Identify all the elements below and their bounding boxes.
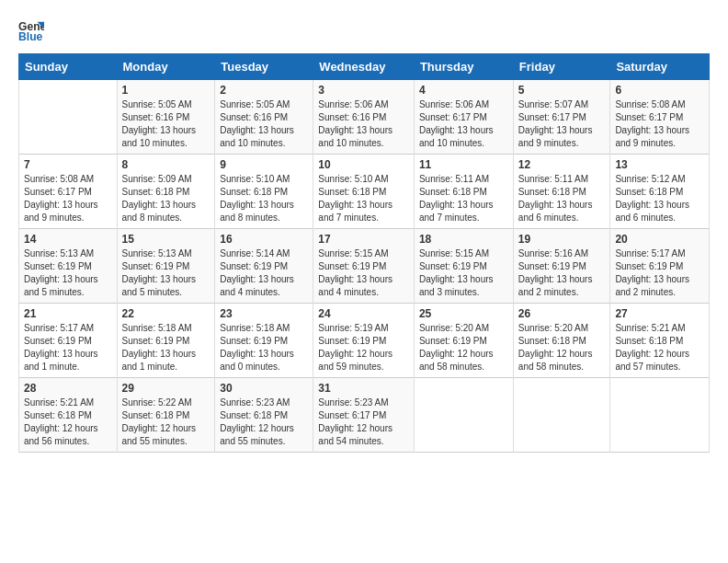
calendar-week-row: 14Sunrise: 5:13 AMSunset: 6:19 PMDayligh… [19, 229, 710, 304]
day-number: 1 [122, 84, 210, 97]
day-number: 7 [24, 158, 112, 171]
day-number: 12 [518, 158, 606, 171]
day-number: 11 [419, 158, 508, 171]
day-info: Sunrise: 5:13 AMSunset: 6:19 PMDaylight:… [24, 247, 112, 299]
header: General Blue [18, 18, 710, 44]
calendar-cell: 25Sunrise: 5:20 AMSunset: 6:19 PMDayligh… [414, 304, 513, 378]
header-day: Friday [513, 54, 610, 80]
day-number: 15 [122, 233, 210, 246]
day-number: 13 [615, 158, 704, 171]
day-number: 16 [220, 233, 308, 246]
day-info: Sunrise: 5:18 AMSunset: 6:19 PMDaylight:… [122, 322, 210, 373]
day-info: Sunrise: 5:17 AMSunset: 6:19 PMDaylight:… [24, 322, 112, 373]
day-info: Sunrise: 5:20 AMSunset: 6:18 PMDaylight:… [518, 322, 606, 373]
calendar-cell: 16Sunrise: 5:14 AMSunset: 6:19 PMDayligh… [215, 229, 313, 304]
calendar-cell: 4Sunrise: 5:06 AMSunset: 6:17 PMDaylight… [414, 80, 513, 155]
calendar-table: SundayMondayTuesdayWednesdayThursdayFrid… [18, 53, 710, 453]
day-number: 27 [615, 307, 704, 320]
logo-icon: General Blue [18, 18, 44, 44]
day-number: 28 [24, 382, 112, 395]
day-number: 3 [318, 84, 409, 97]
header-day: Sunday [19, 54, 118, 80]
day-info: Sunrise: 5:11 AMSunset: 6:18 PMDaylight:… [518, 173, 606, 224]
day-info: Sunrise: 5:14 AMSunset: 6:19 PMDaylight:… [220, 247, 308, 299]
day-number: 18 [419, 233, 508, 246]
day-info: Sunrise: 5:08 AMSunset: 6:17 PMDaylight:… [24, 173, 112, 224]
page-container: General Blue SundayMondayTuesdayWednesda… [0, 0, 728, 462]
calendar-cell: 22Sunrise: 5:18 AMSunset: 6:19 PMDayligh… [117, 304, 215, 378]
calendar-cell: 24Sunrise: 5:19 AMSunset: 6:19 PMDayligh… [313, 304, 415, 378]
day-info: Sunrise: 5:15 AMSunset: 6:19 PMDaylight:… [318, 247, 409, 299]
day-info: Sunrise: 5:16 AMSunset: 6:19 PMDaylight:… [518, 247, 606, 299]
day-info: Sunrise: 5:06 AMSunset: 6:16 PMDaylight:… [318, 98, 409, 150]
calendar-cell: 10Sunrise: 5:10 AMSunset: 6:18 PMDayligh… [313, 155, 415, 229]
calendar-cell: 13Sunrise: 5:12 AMSunset: 6:18 PMDayligh… [610, 155, 710, 229]
calendar-cell [19, 80, 118, 155]
calendar-cell: 28Sunrise: 5:21 AMSunset: 6:18 PMDayligh… [19, 378, 118, 453]
day-info: Sunrise: 5:18 AMSunset: 6:19 PMDaylight:… [220, 322, 308, 373]
day-number: 22 [122, 307, 210, 320]
day-number: 4 [419, 84, 508, 97]
day-number: 17 [318, 233, 409, 246]
calendar-cell [414, 378, 513, 453]
day-info: Sunrise: 5:21 AMSunset: 6:18 PMDaylight:… [615, 322, 704, 373]
calendar-cell: 21Sunrise: 5:17 AMSunset: 6:19 PMDayligh… [19, 304, 118, 378]
day-number: 14 [24, 233, 112, 246]
calendar-cell: 30Sunrise: 5:23 AMSunset: 6:18 PMDayligh… [215, 378, 313, 453]
calendar-cell: 31Sunrise: 5:23 AMSunset: 6:17 PMDayligh… [313, 378, 415, 453]
header-day: Saturday [610, 54, 710, 80]
day-number: 31 [318, 382, 409, 395]
day-number: 30 [220, 382, 308, 395]
calendar-cell: 20Sunrise: 5:17 AMSunset: 6:19 PMDayligh… [610, 229, 710, 304]
calendar-cell: 26Sunrise: 5:20 AMSunset: 6:18 PMDayligh… [513, 304, 610, 378]
day-number: 9 [220, 158, 308, 171]
day-info: Sunrise: 5:17 AMSunset: 6:19 PMDaylight:… [615, 247, 704, 299]
day-number: 6 [615, 84, 704, 97]
day-number: 10 [318, 158, 409, 171]
calendar-week-row: 28Sunrise: 5:21 AMSunset: 6:18 PMDayligh… [19, 378, 710, 453]
header-day: Monday [117, 54, 215, 80]
day-info: Sunrise: 5:23 AMSunset: 6:18 PMDaylight:… [220, 396, 308, 448]
calendar-cell: 9Sunrise: 5:10 AMSunset: 6:18 PMDaylight… [215, 155, 313, 229]
day-info: Sunrise: 5:09 AMSunset: 6:18 PMDaylight:… [122, 173, 210, 224]
calendar-cell: 18Sunrise: 5:15 AMSunset: 6:19 PMDayligh… [414, 229, 513, 304]
logo: General Blue [18, 18, 50, 44]
day-number: 26 [518, 307, 606, 320]
day-number: 25 [419, 307, 508, 320]
day-info: Sunrise: 5:11 AMSunset: 6:18 PMDaylight:… [419, 173, 508, 224]
day-info: Sunrise: 5:10 AMSunset: 6:18 PMDaylight:… [318, 173, 409, 224]
day-number: 5 [518, 84, 606, 97]
day-info: Sunrise: 5:23 AMSunset: 6:17 PMDaylight:… [318, 396, 409, 448]
day-number: 2 [220, 84, 308, 97]
calendar-cell: 7Sunrise: 5:08 AMSunset: 6:17 PMDaylight… [19, 155, 118, 229]
svg-text:Blue: Blue [18, 30, 43, 43]
calendar-cell: 11Sunrise: 5:11 AMSunset: 6:18 PMDayligh… [414, 155, 513, 229]
day-info: Sunrise: 5:19 AMSunset: 6:19 PMDaylight:… [318, 322, 409, 373]
calendar-cell: 8Sunrise: 5:09 AMSunset: 6:18 PMDaylight… [117, 155, 215, 229]
day-info: Sunrise: 5:10 AMSunset: 6:18 PMDaylight:… [220, 173, 308, 224]
day-info: Sunrise: 5:21 AMSunset: 6:18 PMDaylight:… [24, 396, 112, 448]
day-info: Sunrise: 5:15 AMSunset: 6:19 PMDaylight:… [419, 247, 508, 299]
day-info: Sunrise: 5:13 AMSunset: 6:19 PMDaylight:… [122, 247, 210, 299]
calendar-cell: 14Sunrise: 5:13 AMSunset: 6:19 PMDayligh… [19, 229, 118, 304]
calendar-cell: 19Sunrise: 5:16 AMSunset: 6:19 PMDayligh… [513, 229, 610, 304]
day-number: 19 [518, 233, 606, 246]
day-number: 29 [122, 382, 210, 395]
header-day: Wednesday [313, 54, 415, 80]
day-info: Sunrise: 5:20 AMSunset: 6:19 PMDaylight:… [419, 322, 508, 373]
calendar-cell: 29Sunrise: 5:22 AMSunset: 6:18 PMDayligh… [117, 378, 215, 453]
header-day: Thursday [414, 54, 513, 80]
calendar-cell: 23Sunrise: 5:18 AMSunset: 6:19 PMDayligh… [215, 304, 313, 378]
calendar-cell: 1Sunrise: 5:05 AMSunset: 6:16 PMDaylight… [117, 80, 215, 155]
day-number: 8 [122, 158, 210, 171]
day-info: Sunrise: 5:12 AMSunset: 6:18 PMDaylight:… [615, 173, 704, 224]
calendar-cell: 2Sunrise: 5:05 AMSunset: 6:16 PMDaylight… [215, 80, 313, 155]
calendar-week-row: 7Sunrise: 5:08 AMSunset: 6:17 PMDaylight… [19, 155, 710, 229]
calendar-week-row: 1Sunrise: 5:05 AMSunset: 6:16 PMDaylight… [19, 80, 710, 155]
calendar-cell: 12Sunrise: 5:11 AMSunset: 6:18 PMDayligh… [513, 155, 610, 229]
day-info: Sunrise: 5:05 AMSunset: 6:16 PMDaylight:… [220, 98, 308, 150]
day-number: 24 [318, 307, 409, 320]
calendar-cell [513, 378, 610, 453]
day-number: 20 [615, 233, 704, 246]
calendar-cell: 6Sunrise: 5:08 AMSunset: 6:17 PMDaylight… [610, 80, 710, 155]
